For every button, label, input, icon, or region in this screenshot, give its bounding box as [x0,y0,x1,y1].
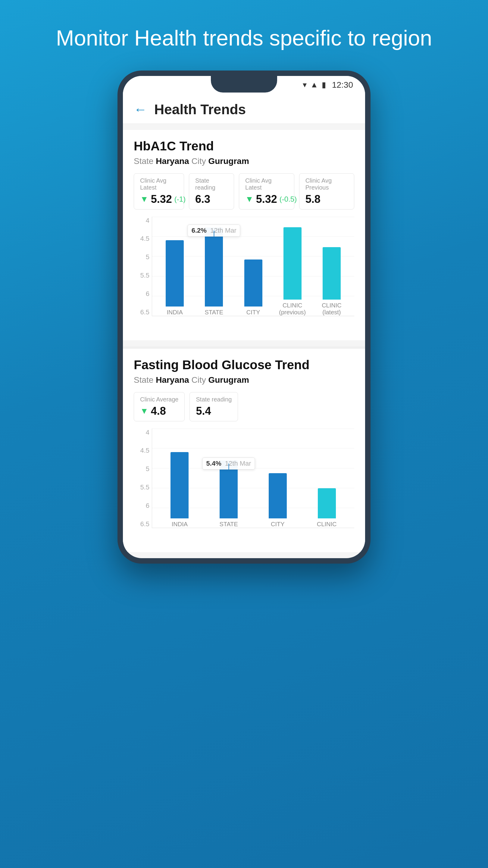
down-arrow-icon-2: ▼ [245,194,254,204]
tooltip-line [214,230,214,237]
status-icons: ▾ ▲ ▮ 12:30 [303,80,353,90]
fbg-bar-india-rect [170,452,189,518]
bar-state: 6.2% 12th Mar STATE [197,227,230,316]
down-arrow-icon-3: ▼ [140,406,149,416]
back-button[interactable]: ← [134,102,147,117]
hba1c-metric-4: Clinic Avg Previous 5.8 [299,173,354,210]
fbg-bars: INDIA 5.4% 12th Mar STATE [152,429,354,528]
hba1c-metric-2-label: State reading [195,177,228,191]
hba1c-title: HbA1C Trend [134,139,354,153]
fbg-metric-2-value: 5.4 [196,405,232,417]
fbg-bar-clinic-label: CLINIC [317,521,337,528]
bar-state-rect: 6.2% 12th Mar [205,227,223,307]
status-time: 12:30 [332,80,353,90]
hba1c-metrics-row: Clinic Avg Latest ▼ 5.32 (-1) State read… [134,173,354,210]
fbg-subtitle: State Haryana City Gurugram [134,375,354,385]
bar-india-rect [166,240,184,307]
hba1c-metric-2-value: 6.3 [195,193,228,206]
hba1c-metric-1: Clinic Avg Latest ▼ 5.32 (-1) [134,173,184,210]
hba1c-city-label: City [191,156,208,166]
hba1c-metric-4-number: 5.8 [305,193,321,206]
status-bar: ▾ ▲ ▮ 12:30 [123,76,365,94]
bar-india-label: INDIA [167,309,183,316]
fbg-metric-1: Clinic Average ▼ 4.8 [134,392,185,421]
battery-icon: ▮ [322,80,326,90]
fbg-bar-city: CITY [256,473,299,528]
hba1c-metric-1-value: ▼ 5.32 (-1) [140,193,178,206]
phone-screen: ▾ ▲ ▮ 12:30 ← Health Trends HbA1C Trend … [123,76,365,558]
hba1c-metric-3-label: Clinic Avg Latest [245,177,288,191]
hero-title: Monitor Health trends specific to region [20,0,468,70]
hba1c-metric-2-number: 6.3 [195,193,210,206]
wifi-icon: ▾ [303,80,307,90]
hba1c-bars: INDIA 6.2% 12th Mar STATE [152,217,354,316]
fbg-metric-2-number: 5.4 [196,405,211,417]
fbg-bar-clinic-rect [318,488,336,518]
phone-wrapper: ▾ ▲ ▮ 12:30 ← Health Trends HbA1C Trend … [115,70,373,868]
hba1c-card: HbA1C Trend State Haryana City Gurugram … [123,130,365,340]
fbg-bar-city-rect [269,473,287,518]
fbg-bar-state-rect: 5.4% 12th Mar [220,461,238,518]
fbg-bar-india: INDIA [158,452,201,528]
bar-india: INDIA [158,240,191,316]
hba1c-metric-3-change: (-0.5) [280,195,297,204]
hba1c-metric-1-label: Clinic Avg Latest [140,177,178,191]
bar-city-rect [244,259,262,307]
tooltip-percent: 6.2% [192,227,207,234]
fbg-city-label: City [191,375,208,384]
hba1c-state-value: Haryana [156,156,189,166]
hba1c-metric-1-number: 5.32 [151,193,172,206]
bar-city: CITY [236,259,270,316]
fbg-bar-city-label: CITY [271,521,285,528]
fbg-chart: 6.5 6 5.5 5 4.5 4 [134,429,354,543]
hba1c-chart: 6.5 6 5.5 5 4.5 4 [134,217,354,331]
hba1c-metric-2: State reading 6.3 [189,173,234,210]
down-arrow-icon: ▼ [140,194,149,204]
fbg-bar-clinic: CLINIC [305,488,348,528]
fbg-metric-2: State reading 5.4 [190,392,238,421]
hba1c-tooltip: 6.2% 12th Mar [188,224,240,237]
bar-state-label: STATE [205,309,223,316]
bar-clinic-prev-rect [284,227,301,300]
fbg-title: Fasting Blood Glucose Trend [134,358,354,372]
hba1c-metric-3-value: ▼ 5.32 (-0.5) [245,193,288,206]
hero-section: Monitor Health trends specific to region [20,0,468,70]
bar-clinic-latest: CLINIC(latest) [315,247,348,316]
bar-clinic-latest-label: CLINIC(latest) [322,302,341,316]
fbg-state-label: State [134,375,156,384]
app-header: ← Health Trends [123,94,365,124]
phone-frame: ▾ ▲ ▮ 12:30 ← Health Trends HbA1C Trend … [118,70,370,564]
bar-city-label: CITY [247,309,260,316]
hba1c-city-value: Gurugram [208,156,249,166]
fbg-bar-state: 5.4% 12th Mar STATE [207,461,250,528]
hba1c-state-label: State [134,156,156,166]
fbg-bar-state-label: STATE [219,521,238,528]
fbg-tooltip: 5.4% 12th Mar [202,458,255,470]
hba1c-metric-1-change: (-1) [174,195,186,204]
hba1c-metric-4-label: Clinic Avg Previous [305,177,348,191]
fbg-city-value: Gurugram [208,375,249,384]
signal-icon: ▲ [310,80,318,90]
fbg-metrics-row: Clinic Average ▼ 4.8 State reading 5.4 [134,392,354,421]
hba1c-subtitle: State Haryana City Gurugram [134,156,354,166]
fbg-bar-india-label: INDIA [172,521,188,528]
hba1c-metric-4-value: 5.8 [305,193,348,206]
notch [211,76,277,93]
app-title: Health Trends [154,101,246,118]
fbg-tooltip-percent: 5.4% [206,460,221,467]
fbg-tooltip-line [228,464,229,470]
fbg-metric-2-label: State reading [196,396,232,403]
fbg-metric-1-number: 4.8 [151,405,166,417]
fbg-card: Fasting Blood Glucose Trend State Haryan… [123,346,365,552]
hba1c-metric-3-number: 5.32 [256,193,277,206]
fbg-metric-1-label: Clinic Average [140,396,178,403]
hba1c-y-axis: 6.5 6 5.5 5 4.5 4 [134,217,152,316]
fbg-metric-1-value: ▼ 4.8 [140,405,178,417]
bar-clinic-latest-rect [323,247,341,300]
bar-clinic-prev-label: CLINIC(previous) [279,302,306,316]
hba1c-metric-3: Clinic Avg Latest ▼ 5.32 (-0.5) [239,173,294,210]
fbg-y-axis: 6.5 6 5.5 5 4.5 4 [134,429,152,528]
fbg-state-value: Haryana [156,375,189,384]
bar-clinic-prev: CLINIC(previous) [276,227,309,316]
